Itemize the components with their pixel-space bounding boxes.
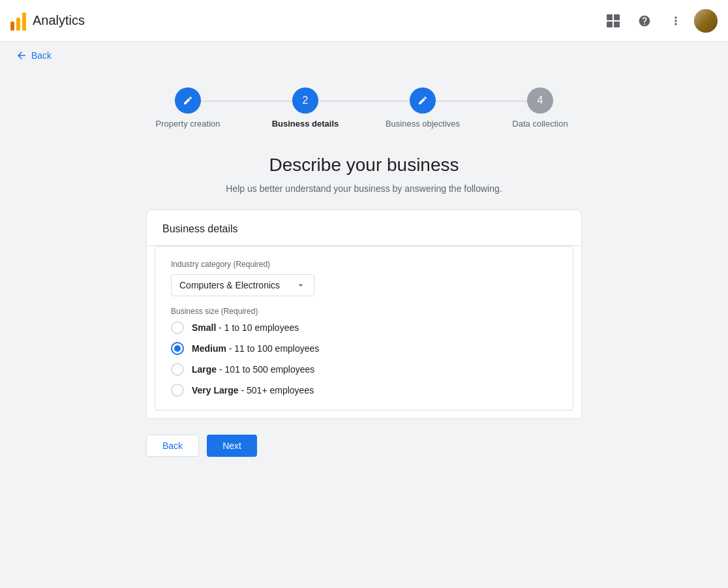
industry-label: Industry category (Required)	[171, 260, 557, 269]
help-icon	[638, 14, 651, 27]
step-label-2: Business details	[272, 119, 339, 129]
industry-select[interactable]: Computers & Electronics	[171, 274, 314, 296]
radio-circle-small	[171, 321, 184, 334]
radio-bold-medium: Medium	[192, 343, 226, 354]
business-details-card: Business details Industry category (Requ…	[146, 209, 582, 419]
back-link-label: Back	[31, 50, 52, 61]
step-circle-4: 4	[527, 87, 553, 114]
avatar-image	[694, 9, 718, 33]
logo: Analytics	[10, 11, 85, 31]
step-label-3: Business objectives	[386, 119, 460, 129]
more-button[interactable]	[663, 8, 689, 34]
header-actions	[600, 8, 718, 34]
avatar[interactable]	[694, 9, 718, 33]
radio-label-large: Large - 101 to 500 employees	[192, 364, 314, 375]
card-body: Industry category (Required) Computers &…	[155, 246, 573, 410]
page-title: Describe your business	[146, 155, 582, 176]
business-size-label: Business size (Required)	[171, 307, 557, 316]
step-label-4: Data collection	[512, 119, 568, 129]
radio-rest-very-large: - 501+ employees	[239, 385, 314, 395]
step-circle-1	[175, 87, 201, 114]
step-number-4: 4	[538, 95, 543, 106]
radio-circle-large	[171, 363, 184, 376]
step-property-creation: Property creation	[129, 87, 247, 129]
radio-bold-small: Small	[192, 322, 216, 333]
stepper: Property creation 2 Business details Bus…	[0, 72, 728, 139]
step-circle-3	[410, 87, 436, 114]
industry-select-value: Computers & Electronics	[179, 280, 280, 290]
step-label-1: Property creation	[156, 119, 220, 129]
header: Analytics	[0, 0, 728, 42]
business-size-radio-group: Small - 1 to 10 employees Medium - 11 to…	[171, 321, 557, 397]
bottom-actions: Back Next	[146, 435, 582, 457]
back-arrow-icon	[16, 50, 27, 61]
radio-label-very-large: Very Large - 501+ employees	[192, 385, 314, 395]
more-icon	[669, 14, 682, 27]
logo-bar-3	[22, 12, 26, 31]
radio-option-small[interactable]: Small - 1 to 10 employees	[171, 321, 557, 334]
logo-bar-2	[16, 18, 20, 31]
radio-bold-very-large: Very Large	[192, 385, 239, 395]
dropdown-arrow-icon	[296, 280, 306, 290]
radio-option-very-large[interactable]: Very Large - 501+ employees	[171, 384, 557, 397]
pencil-icon-3	[417, 95, 428, 106]
app-title: Analytics	[33, 13, 85, 28]
radio-rest-small: - 1 to 10 employees	[216, 322, 299, 333]
radio-circle-very-large	[171, 384, 184, 397]
analytics-logo-icon	[10, 11, 26, 31]
sub-header: Back	[0, 42, 728, 72]
radio-dot-medium	[174, 345, 181, 352]
help-button[interactable]	[631, 8, 658, 34]
step-business-details: 2 Business details	[247, 87, 364, 129]
card-header: Business details	[147, 210, 581, 246]
radio-bold-large: Large	[192, 364, 217, 375]
radio-option-medium[interactable]: Medium - 11 to 100 employees	[171, 342, 557, 355]
grid-button[interactable]	[600, 8, 626, 34]
step-circle-2: 2	[292, 87, 318, 114]
back-button[interactable]: Back	[146, 435, 199, 457]
radio-rest-large: - 101 to 500 employees	[217, 364, 314, 375]
radio-rest-medium: - 11 to 100 employees	[226, 343, 319, 354]
radio-option-large[interactable]: Large - 101 to 500 employees	[171, 363, 557, 376]
logo-bar-1	[10, 22, 14, 31]
industry-select-wrapper: Computers & Electronics	[171, 274, 314, 296]
next-button[interactable]: Next	[207, 435, 257, 457]
back-link[interactable]: Back	[16, 50, 52, 61]
radio-circle-medium	[171, 342, 184, 355]
step-number-2: 2	[303, 95, 309, 106]
step-business-objectives: Business objectives	[364, 87, 481, 129]
page-subtitle: Help us better understand your business …	[146, 183, 582, 194]
main-content: Describe your business Help us better un…	[136, 139, 592, 472]
radio-label-small: Small - 1 to 10 employees	[192, 322, 299, 333]
pencil-icon-1	[183, 95, 193, 106]
step-data-collection: 4 Data collection	[481, 87, 599, 129]
grid-icon	[607, 14, 620, 27]
radio-label-medium: Medium - 11 to 100 employees	[192, 343, 319, 354]
